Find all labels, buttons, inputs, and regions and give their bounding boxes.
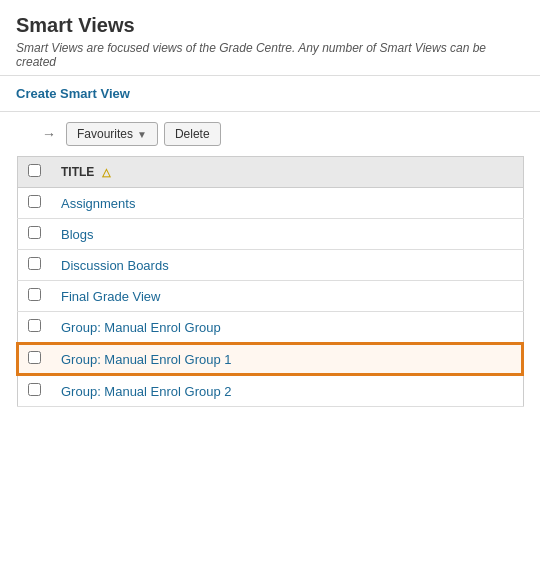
favourites-label: Favourites: [77, 127, 133, 141]
row-checkbox[interactable]: [28, 288, 41, 301]
row-link-discussion-boards[interactable]: Discussion Boards: [61, 258, 169, 273]
th-title: TITLE △: [51, 157, 523, 188]
row-title-cell: Group: Manual Enrol Group: [51, 312, 523, 344]
page-subtitle: Smart Views are focused views of the Gra…: [16, 41, 524, 69]
create-smart-view-link[interactable]: Create Smart View: [16, 86, 130, 101]
page-title: Smart Views: [16, 14, 524, 37]
select-all-checkbox[interactable]: [28, 164, 41, 177]
toolbar: → Favourites ▼ Delete: [16, 122, 524, 146]
row-checkbox-cell: [17, 219, 51, 250]
row-checkbox[interactable]: [28, 383, 41, 396]
sort-asc-icon[interactable]: △: [102, 166, 110, 179]
row-link-final-grade-view[interactable]: Final Grade View: [61, 289, 160, 304]
th-checkbox: [17, 157, 51, 188]
table-header-row: TITLE △: [17, 157, 523, 188]
table-row: Assignments: [17, 188, 523, 219]
row-title-cell: Discussion Boards: [51, 250, 523, 281]
row-checkbox-cell: [17, 343, 51, 375]
favourites-button[interactable]: Favourites ▼: [66, 122, 158, 146]
create-bar: Create Smart View: [0, 76, 540, 112]
row-checkbox-cell: [17, 281, 51, 312]
page-header: Smart Views Smart Views are focused view…: [0, 0, 540, 76]
table-row: Final Grade View: [17, 281, 523, 312]
row-checkbox-cell: [17, 188, 51, 219]
table-row: Group: Manual Enrol Group 1: [17, 343, 523, 375]
table-row: Blogs: [17, 219, 523, 250]
row-checkbox[interactable]: [28, 226, 41, 239]
row-checkbox[interactable]: [28, 351, 41, 364]
table-row: Group: Manual Enrol Group 2: [17, 375, 523, 407]
row-title-cell: Blogs: [51, 219, 523, 250]
row-checkbox[interactable]: [28, 319, 41, 332]
smart-views-table: TITLE △ AssignmentsBlogsDiscussion Board…: [16, 156, 524, 407]
row-checkbox-cell: [17, 375, 51, 407]
row-title-cell: Group: Manual Enrol Group 2: [51, 375, 523, 407]
row-link-group-manual-enrol-2[interactable]: Group: Manual Enrol Group 2: [61, 384, 232, 399]
row-checkbox-cell: [17, 312, 51, 344]
row-link-assignments[interactable]: Assignments: [61, 196, 135, 211]
row-link-group-manual-enrol-1[interactable]: Group: Manual Enrol Group 1: [61, 352, 232, 367]
row-link-group-manual-enrol[interactable]: Group: Manual Enrol Group: [61, 320, 221, 335]
chevron-down-icon: ▼: [137, 129, 147, 140]
row-checkbox[interactable]: [28, 257, 41, 270]
title-column-label: TITLE: [61, 165, 94, 179]
table-row: Discussion Boards: [17, 250, 523, 281]
row-title-cell: Assignments: [51, 188, 523, 219]
table-container: → Favourites ▼ Delete TITLE △ Assignment…: [0, 112, 540, 417]
row-checkbox[interactable]: [28, 195, 41, 208]
row-link-blogs[interactable]: Blogs: [61, 227, 94, 242]
arrow-icon: →: [42, 126, 56, 142]
row-checkbox-cell: [17, 250, 51, 281]
table-row: Group: Manual Enrol Group: [17, 312, 523, 344]
delete-button[interactable]: Delete: [164, 122, 221, 146]
row-title-cell: Final Grade View: [51, 281, 523, 312]
row-title-cell: Group: Manual Enrol Group 1: [51, 343, 523, 375]
